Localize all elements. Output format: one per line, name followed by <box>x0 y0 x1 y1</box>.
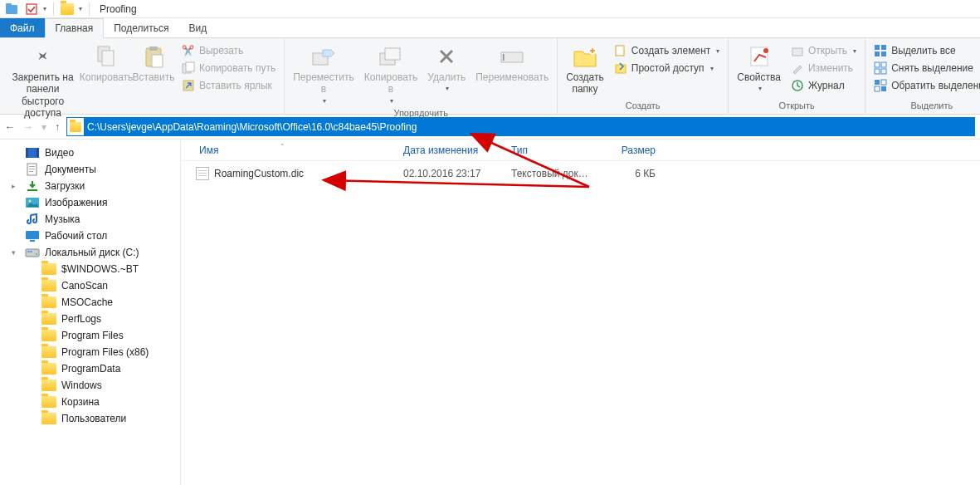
svg-point-49 <box>36 253 37 255</box>
column-date[interactable]: Дата изменения <box>397 145 505 156</box>
column-name[interactable]: Имя˄ <box>181 145 397 156</box>
pin-quick-access-button[interactable]: Закрепить на панели быстрого доступа <box>5 42 80 121</box>
tree-item[interactable]: MSOCache <box>0 294 180 311</box>
tree-item[interactable]: Рабочий стол <box>0 228 180 244</box>
tree-item[interactable]: Изображения <box>0 194 180 211</box>
tree-caret-icon[interactable]: ▾ <box>7 248 20 257</box>
tab-share[interactable]: Поделиться <box>104 18 178 37</box>
titlebar-dropdown-icon[interactable]: ▾ <box>79 5 82 12</box>
svg-rect-1 <box>6 3 12 6</box>
file-list: Имя˄ Дата изменения Тип Размер RoamingCu… <box>181 140 980 485</box>
new-item-button[interactable]: Создать элемент▾ <box>611 43 724 58</box>
group-label-new: Создать <box>558 99 728 114</box>
tree-item[interactable]: Видео <box>0 145 180 161</box>
qat-dropdown-icon[interactable]: ▾ <box>43 5 46 12</box>
tree-item[interactable]: CanoScan <box>0 277 180 294</box>
tree-item[interactable]: Program Files (x86) <box>0 344 180 360</box>
file-row[interactable]: RoamingCustom.dic02.10.2016 23:17Текстов… <box>181 161 980 179</box>
tree-item-icon <box>25 229 40 242</box>
invert-selection-icon <box>874 79 887 92</box>
tab-file[interactable]: Файл <box>0 18 45 37</box>
new-folder-icon <box>572 43 598 70</box>
ribbon-group-select: Выделить все Снять выделение Обратить вы… <box>865 38 980 114</box>
back-button[interactable]: ← <box>5 121 15 133</box>
paste-shortcut-button[interactable]: Вставить ярлык <box>178 78 279 93</box>
ribbon-tabs: Файл Главная Поделиться Вид <box>0 18 980 38</box>
tree-item[interactable]: Корзина <box>0 394 180 410</box>
svg-rect-6 <box>149 47 158 51</box>
cut-button[interactable]: ✂️Вырезать <box>178 43 279 58</box>
rename-icon <box>499 43 525 70</box>
tree-item-icon <box>41 412 56 425</box>
tree-item[interactable]: ▸Загрузки <box>0 178 180 194</box>
history-button[interactable]: Журнал <box>787 78 860 93</box>
easy-access-button[interactable]: Простой доступ▾ <box>611 61 724 76</box>
tab-view[interactable]: Вид <box>178 18 217 37</box>
select-none-button[interactable]: Снять выделение <box>870 61 980 76</box>
move-to-icon <box>310 43 337 70</box>
tree-item-label: MSOCache <box>61 296 113 308</box>
group-label-open: Открыть <box>729 99 865 114</box>
rename-button[interactable]: Переименовать <box>472 42 552 85</box>
address-path[interactable]: C:\Users\jevge\AppData\Roaming\Microsoft… <box>84 118 974 135</box>
scissors-icon: ✂️ <box>182 44 195 57</box>
svg-rect-7 <box>152 55 163 67</box>
tree-item-label: Музыка <box>45 213 80 225</box>
svg-rect-2 <box>27 4 37 14</box>
column-type[interactable]: Тип <box>505 145 596 156</box>
delete-button[interactable]: Удалить▾ <box>424 42 469 95</box>
qat-properties-button[interactable] <box>23 2 40 17</box>
recent-locations-button[interactable]: ▾ <box>41 121 46 133</box>
column-headers: Имя˄ Дата изменения Тип Размер <box>181 140 980 161</box>
tree-item-label: Program Files (x86) <box>61 346 149 358</box>
svg-rect-39 <box>29 166 35 167</box>
navigation-tree[interactable]: ВидеоДокументы▸ЗагрузкиИзображенияМузыка… <box>0 140 181 485</box>
tab-home[interactable]: Главная <box>45 18 105 38</box>
edit-button[interactable]: Изменить <box>787 61 860 76</box>
easy-access-icon <box>614 61 627 75</box>
tree-item[interactable]: ProgramData <box>0 360 180 377</box>
copy-path-button[interactable]: Копировать путь <box>178 61 279 76</box>
tree-item-icon <box>41 395 56 409</box>
tree-item[interactable]: $WINDOWS.~BT <box>0 261 180 277</box>
tree-item-label: Windows <box>61 380 102 391</box>
tree-caret-icon[interactable]: ▸ <box>7 182 20 190</box>
svg-rect-4 <box>102 51 114 66</box>
forward-button[interactable]: → <box>23 121 33 133</box>
svg-rect-27 <box>875 62 880 67</box>
tree-item[interactable]: Документы <box>0 161 180 178</box>
tree-item-label: Корзина <box>61 396 100 408</box>
new-folder-button[interactable]: Создать папку <box>563 42 607 97</box>
tree-item[interactable]: PerfLogs <box>0 311 180 327</box>
svg-rect-47 <box>26 249 39 257</box>
move-to-button[interactable]: Переместить в▾ <box>290 42 358 106</box>
svg-rect-36 <box>26 148 28 158</box>
tree-item-label: Документы <box>45 164 96 175</box>
tree-item[interactable]: Пользователи <box>0 410 180 427</box>
file-date: 02.10.2016 23:17 <box>397 168 505 179</box>
tree-item[interactable]: Windows <box>0 377 180 394</box>
select-all-button[interactable]: Выделить все <box>870 43 980 58</box>
window-title: Proofing <box>100 3 137 15</box>
tree-item[interactable]: ▾Локальный диск (C:) <box>0 244 180 261</box>
svg-rect-41 <box>29 171 33 172</box>
column-size[interactable]: Размер <box>596 145 662 156</box>
up-button[interactable]: ↑ <box>55 121 60 133</box>
address-bar[interactable]: C:\Users\jevge\AppData\Roaming\Microsoft… <box>66 117 975 136</box>
tree-item[interactable]: Музыка <box>0 211 180 228</box>
quick-access-toolbar: ▾ <box>3 2 46 17</box>
open-button[interactable]: Открыть▾ <box>787 43 860 58</box>
file-size: 6 КБ <box>596 168 662 179</box>
qat-app-icon[interactable] <box>3 2 20 17</box>
properties-button[interactable]: Свойства▾ <box>734 42 784 95</box>
paste-button[interactable]: Вставить <box>132 42 175 85</box>
svg-rect-40 <box>29 169 35 169</box>
group-label-select: Выделить <box>865 99 980 114</box>
invert-selection-button[interactable]: Обратить выделение <box>870 78 980 93</box>
new-item-icon <box>614 44 627 57</box>
tree-item-label: Локальный диск (C:) <box>45 247 139 258</box>
svg-rect-42 <box>27 189 37 191</box>
copy-button[interactable]: Копировать <box>84 42 129 85</box>
tree-item[interactable]: Program Files <box>0 327 180 344</box>
copy-to-button[interactable]: Копировать в▾ <box>361 42 422 106</box>
